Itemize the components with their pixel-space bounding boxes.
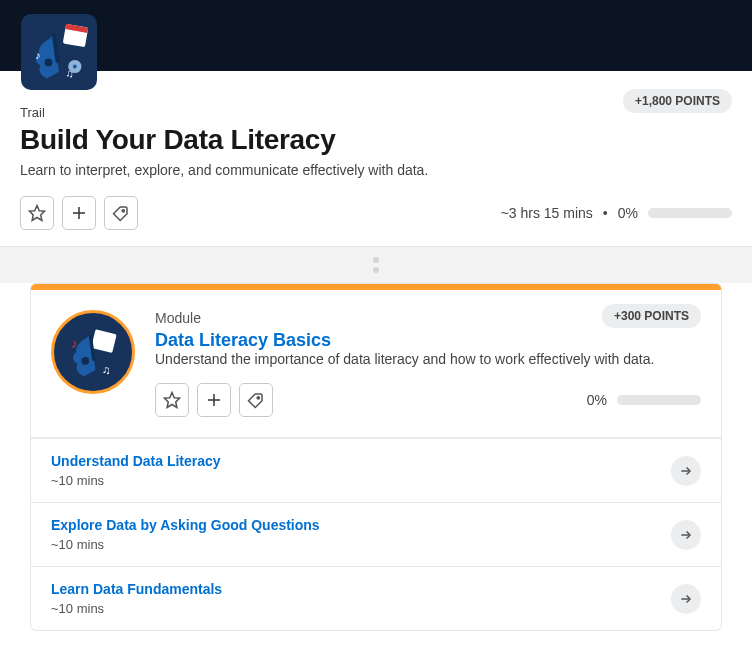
svg-point-2 <box>44 59 52 67</box>
unit-title: Understand Data Literacy <box>51 453 221 469</box>
unit-time: ~10 mins <box>51 473 221 488</box>
module-badge: ♪ ♫ <box>51 310 135 394</box>
module-header: +300 POINTS ♪ ♫ Module Data Literacy Bas… <box>31 290 721 438</box>
arrow-right-icon <box>679 464 693 478</box>
module-progress-bar <box>617 395 701 405</box>
svg-point-11 <box>122 210 124 212</box>
trail-header: +1,800 POINTS Trail Build Your Data Lite… <box>0 71 752 247</box>
module-action-row: 0% <box>155 383 701 417</box>
top-bar: ♪ ♫ <box>0 0 752 71</box>
svg-rect-12 <box>91 329 117 353</box>
unit-time: ~10 mins <box>51 601 222 616</box>
svg-marker-17 <box>165 393 180 408</box>
drag-dots-icon <box>373 257 379 273</box>
unit-row[interactable]: Explore Data by Asking Good Questions ~1… <box>31 502 721 566</box>
trail-progress-bar <box>648 208 732 218</box>
arrow-right-icon <box>679 592 693 606</box>
star-icon <box>28 204 46 222</box>
module-spacer <box>0 247 752 283</box>
star-icon <box>163 391 181 409</box>
svg-text:♫: ♫ <box>102 364 111 376</box>
trail-progress-percent: 0% <box>618 205 638 221</box>
module-illustration: ♪ ♫ <box>61 320 125 384</box>
svg-marker-8 <box>30 206 45 221</box>
tag-button[interactable] <box>104 196 138 230</box>
svg-point-7 <box>73 65 77 69</box>
plus-icon <box>205 391 223 409</box>
svg-point-13 <box>81 357 89 365</box>
unit-go-button[interactable] <box>671 456 701 486</box>
svg-text:♪: ♪ <box>71 336 77 351</box>
module-subtitle: Understand the importance of data litera… <box>155 351 701 367</box>
module-points-pill: +300 POINTS <box>602 304 701 328</box>
add-button[interactable] <box>62 196 96 230</box>
module-add-button[interactable] <box>197 383 231 417</box>
unit-row[interactable]: Understand Data Literacy ~10 mins <box>31 438 721 502</box>
module-favorite-button[interactable] <box>155 383 189 417</box>
plus-icon <box>70 204 88 222</box>
tag-icon <box>112 204 130 222</box>
favorite-button[interactable] <box>20 196 54 230</box>
module-progress-percent: 0% <box>587 392 607 408</box>
module-tag-button[interactable] <box>239 383 273 417</box>
unit-time: ~10 mins <box>51 537 320 552</box>
metrics-separator: • <box>603 205 608 221</box>
tag-icon <box>247 391 265 409</box>
trail-metrics: ~3 hrs 15 mins • 0% <box>501 205 732 221</box>
trail-action-row: ~3 hrs 15 mins • 0% <box>20 196 732 230</box>
module-card: +300 POINTS ♪ ♫ Module Data Literacy Bas… <box>30 283 722 631</box>
module-metrics: 0% <box>587 392 701 408</box>
trail-action-buttons <box>20 196 138 230</box>
trail-duration: ~3 hrs 15 mins <box>501 205 593 221</box>
trail-title: Build Your Data Literacy <box>20 124 732 156</box>
unit-title: Explore Data by Asking Good Questions <box>51 517 320 533</box>
svg-text:♪: ♪ <box>35 49 40 61</box>
unit-row[interactable]: Learn Data Fundamentals ~10 mins <box>31 566 721 630</box>
arrow-right-icon <box>679 528 693 542</box>
module-title-link[interactable]: Data Literacy Basics <box>155 330 331 350</box>
trail-points-pill: +1,800 POINTS <box>623 89 732 113</box>
trail-subtitle: Learn to interpret, explore, and communi… <box>20 162 732 178</box>
svg-point-20 <box>257 397 259 399</box>
unit-go-button[interactable] <box>671 520 701 550</box>
unit-go-button[interactable] <box>671 584 701 614</box>
unit-title: Learn Data Fundamentals <box>51 581 222 597</box>
module-action-buttons <box>155 383 273 417</box>
